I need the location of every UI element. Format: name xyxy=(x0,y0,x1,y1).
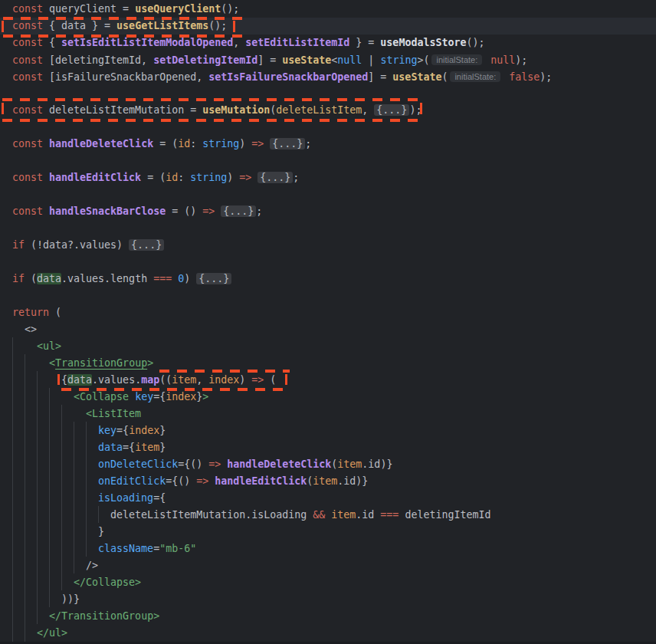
code-line[interactable]: className="mb-6" xyxy=(0,540,656,557)
code-token: ] = xyxy=(257,54,282,66)
annotation-box1-left-edge xyxy=(2,21,4,32)
folded-code-region[interactable]: {...} xyxy=(257,172,293,183)
code-token: (); xyxy=(221,3,239,15)
code-token: useModalsStore xyxy=(380,37,466,48)
code-line[interactable]: const handleSnackBarClose = () => {...}; xyxy=(0,203,656,220)
code-token xyxy=(129,391,135,402)
code-token: } xyxy=(159,425,166,436)
code-token: handleDeleteClick xyxy=(49,138,153,150)
code-line[interactable]: <ListItem xyxy=(0,406,656,422)
code-token xyxy=(12,610,49,622)
code-line[interactable] xyxy=(0,153,656,169)
folded-code-region[interactable]: {...} xyxy=(374,104,409,116)
code-token: useState xyxy=(392,71,441,83)
code-token: handleEditClick xyxy=(49,172,141,183)
code-line[interactable]: return ( xyxy=(0,304,656,321)
code-line[interactable]: onDeleteClick={() => handleDeleteClick(i… xyxy=(0,456,656,473)
code-token: , xyxy=(362,104,374,116)
code-token: item xyxy=(313,475,337,487)
code-token: null xyxy=(337,54,362,66)
code-line[interactable]: if (!data?.values) {...} xyxy=(0,237,656,254)
code-lines[interactable]: const queryClient = useQueryClient();con… xyxy=(0,1,656,642)
code-line[interactable]: } xyxy=(0,524,656,540)
code-token: => xyxy=(202,205,215,217)
code-line[interactable]: const queryClient = useQueryClient(); xyxy=(0,1,656,18)
code-line[interactable]: onEditClick={() => handleEditClick(item.… xyxy=(0,473,656,490)
code-token: ) xyxy=(239,138,251,150)
code-line[interactable] xyxy=(0,288,656,304)
code-token: const xyxy=(12,104,43,116)
code-line[interactable]: <> xyxy=(0,321,656,338)
code-line[interactable]: const deleteListItemMutation = useMutati… xyxy=(0,102,656,119)
code-line[interactable]: <TransitionGroup> xyxy=(0,355,656,372)
code-token xyxy=(12,543,98,554)
folded-code-region[interactable]: {...} xyxy=(129,239,164,251)
code-line[interactable]: </ul> xyxy=(0,625,656,642)
code-token: => xyxy=(239,172,251,183)
code-token: data xyxy=(98,442,123,453)
code-token: ={ xyxy=(153,492,166,504)
code-line[interactable]: <Collapse key={index}> xyxy=(0,389,656,406)
inlay-hint[interactable]: initialState: xyxy=(431,54,482,65)
code-token: string xyxy=(380,54,417,66)
code-token: .values. xyxy=(92,374,141,386)
code-line[interactable] xyxy=(0,254,656,271)
code-token: id xyxy=(178,138,190,150)
code-token: [isFailureSnackbarOpened, xyxy=(43,71,208,83)
code-line[interactable]: const [isFailureSnackbarOpened, setIsFai… xyxy=(0,68,656,85)
code-token: { xyxy=(43,37,61,48)
code-token: setEditListItemId xyxy=(245,37,349,48)
code-token: [deletingItemId, xyxy=(43,54,153,66)
folded-code-region[interactable]: {...} xyxy=(196,273,231,284)
annotation-box2-right-edge xyxy=(420,103,422,114)
code-token: (); xyxy=(466,37,484,48)
code-line[interactable]: ))} xyxy=(0,591,656,608)
code-token: string xyxy=(190,172,227,183)
code-token: useQueryClient xyxy=(135,3,221,15)
code-line[interactable]: key={index} xyxy=(0,422,656,439)
code-editor[interactable]: const queryClient = useQueryClient();con… xyxy=(0,0,656,644)
inlay-hint[interactable]: initialState: xyxy=(450,71,500,82)
code-line[interactable]: </Collapse> xyxy=(0,574,656,591)
code-line[interactable]: const { data } = useGetListItems(); xyxy=(0,18,656,34)
code-line[interactable]: </TransitionGroup> xyxy=(0,608,656,625)
code-token: > xyxy=(202,391,208,402)
code-token: } xyxy=(12,526,104,537)
code-line[interactable]: /> xyxy=(0,557,656,574)
code-token: useMutation xyxy=(202,104,270,116)
code-token: (( xyxy=(159,374,172,386)
code-token: ={ xyxy=(153,391,166,402)
code-line[interactable]: data={item} xyxy=(0,439,656,456)
code-line[interactable] xyxy=(0,186,656,203)
code-token: ))} xyxy=(12,593,80,605)
code-token: } xyxy=(159,442,166,453)
code-token: : xyxy=(178,172,190,183)
code-token: <> xyxy=(12,324,37,335)
code-token: </Collapse> xyxy=(74,577,141,588)
code-token: /> xyxy=(12,560,98,571)
code-line[interactable]: const [deletingItemId, setDeletingItemId… xyxy=(0,51,656,68)
code-token: => xyxy=(196,475,208,487)
code-line[interactable]: deleteListItemMutation.isLoading && item… xyxy=(0,507,656,524)
code-line[interactable] xyxy=(0,220,656,237)
code-token: = () xyxy=(166,205,202,217)
code-line[interactable]: if (data.values.length === 0) {...} xyxy=(0,271,656,288)
code-token: (!data?.values) xyxy=(25,239,129,251)
code-token: && xyxy=(313,509,325,521)
code-token: deleteListItemMutation = xyxy=(43,104,202,116)
code-token: ( xyxy=(264,374,276,386)
code-token: queryClient = xyxy=(43,3,135,15)
code-line[interactable]: {data.values.map((item, index) => ( xyxy=(0,372,656,389)
code-line[interactable]: const handleEditClick = (id: string) => … xyxy=(0,169,656,186)
code-token: key xyxy=(135,391,153,402)
folded-code-region[interactable]: {...} xyxy=(221,205,256,217)
code-token: onEditClick xyxy=(98,475,166,487)
annotation-box2-bottom-edge xyxy=(2,119,424,122)
code-line[interactable]: isLoading={ xyxy=(0,490,656,507)
code-token: const xyxy=(12,3,43,15)
code-token: ; xyxy=(305,138,311,150)
folded-code-region[interactable]: {...} xyxy=(270,138,305,150)
code-line[interactable]: const handleDeleteClick = (id: string) =… xyxy=(0,136,656,153)
code-line[interactable]: <ul> xyxy=(0,338,656,355)
code-token xyxy=(12,408,86,419)
